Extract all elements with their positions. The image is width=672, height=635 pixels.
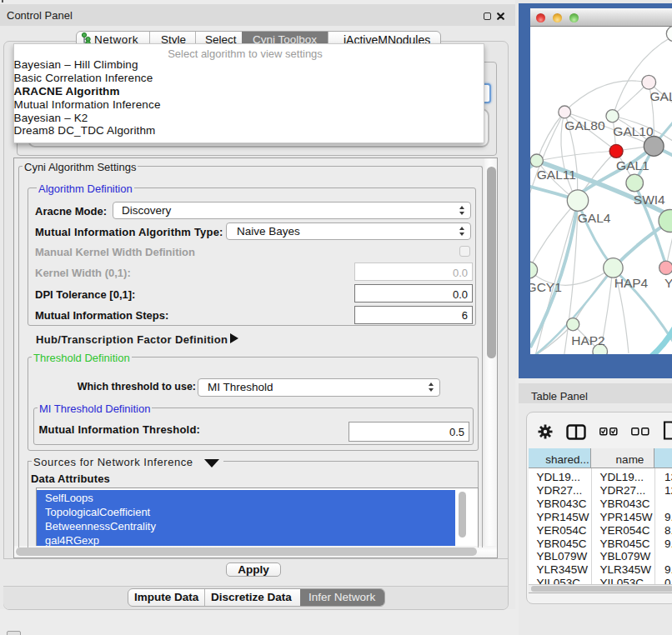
svg-text:HAP4: HAP4	[614, 276, 649, 290]
svg-text:HAP2: HAP2	[571, 333, 605, 348]
svg-text:Y: Y	[664, 276, 672, 290]
svg-text:GAL: GAL	[650, 89, 672, 103]
svg-text:GAL11: GAL11	[537, 168, 576, 182]
svg-text:GCY1: GCY1	[530, 280, 562, 294]
svg-text:GAL4: GAL4	[578, 211, 611, 225]
svg-text:GAL1: GAL1	[616, 158, 649, 172]
svg-text:SWI4: SWI4	[634, 192, 665, 207]
svg-text:GAL80: GAL80	[564, 118, 605, 132]
svg-text:GAL10: GAL10	[613, 124, 654, 138]
